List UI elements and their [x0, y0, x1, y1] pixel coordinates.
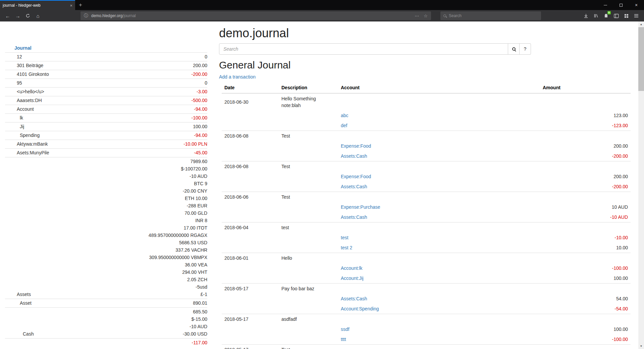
account-name[interactable]: 301 Beiträge	[5, 62, 193, 69]
posting-row: Expense:Food 200.00	[222, 171, 631, 182]
download-icon	[584, 13, 588, 18]
journal-search-input[interactable]	[219, 43, 508, 55]
posting-account-link[interactable]: ssdf	[341, 327, 350, 332]
sidebar-account-row[interactable]: Aktywa:mBank -10.00 PLN	[5, 140, 207, 148]
account-name[interactable]: Asset	[5, 299, 193, 307]
reload-button[interactable]	[23, 11, 33, 20]
scrollbar-thumb[interactable]	[638, 27, 644, 91]
sidebar-account-row[interactable]: lk -100.00	[5, 113, 207, 122]
downloads-button[interactable]	[581, 11, 591, 20]
posting-account-link[interactable]: tttt	[341, 337, 346, 342]
url-bar[interactable]: ⓘ demo.hledger.org/journal ⋯ ☆	[80, 11, 431, 20]
sidebar-account-row[interactable]: Account -94.00	[5, 105, 207, 113]
posting-account-link[interactable]: Expense:Purchase	[341, 204, 380, 210]
sidebar-account-row[interactable]: Spending -94.00	[5, 131, 207, 140]
account-balance: -94.00	[194, 105, 207, 113]
account-name[interactable]: Cash	[5, 330, 183, 338]
window-maximize-button[interactable]	[613, 0, 629, 10]
section-heading: General Journal	[219, 59, 631, 71]
library-button[interactable]	[591, 11, 601, 20]
posting-account-link[interactable]: Assets:Cash	[341, 214, 367, 220]
posting-account-link[interactable]: Account:Spending	[341, 306, 379, 311]
sidebars-button[interactable]	[611, 11, 621, 20]
sidebar-account-row[interactable]: Jij 100.00	[5, 122, 207, 131]
window-close-button[interactable]: ×	[629, 0, 644, 10]
posting-account-link[interactable]: Assets:Cash	[341, 184, 367, 189]
posting-account-link[interactable]: Assets:Cash	[341, 296, 367, 301]
back-button[interactable]: ←	[3, 11, 13, 20]
forward-button[interactable]: →	[13, 11, 23, 20]
account-name[interactable]: Spending	[5, 132, 194, 139]
posting-account-link[interactable]: Expense:Food	[341, 143, 371, 149]
posting-account-link[interactable]: Expense:Food	[341, 174, 371, 179]
account-name[interactable]: lk	[5, 114, 192, 121]
posting-account-link[interactable]: def	[341, 123, 347, 128]
account-name[interactable]: Asets:MunyPile	[5, 149, 194, 156]
page-actions-icon[interactable]: ⋯	[415, 13, 419, 18]
new-tab-button[interactable]: +	[75, 0, 86, 10]
sidebar-account-row[interactable]: Asets:MunyPile -45.00	[5, 148, 207, 157]
sidebar-account-row[interactable]: Asset 890.01	[5, 299, 207, 307]
posting-amount: 10 AUD	[540, 202, 631, 212]
account-name[interactable]: 12	[5, 53, 205, 60]
sidebar-accounts: 12 0 301 Beiträge 200.00 4101 Girokonto …	[5, 52, 207, 347]
browser-search-field[interactable]: Search	[440, 11, 541, 20]
posting-account-link[interactable]: abc	[341, 113, 348, 118]
sidebar-account-row[interactable]: Aaasets:DH -500.00	[5, 96, 207, 105]
account-balance: 890.01	[193, 299, 207, 307]
posting-row: Assets:Cash -10 AUD	[222, 212, 631, 222]
sidebar-account-row[interactable]: Cash 685.50$-15.00-10 AUD-30.00 USD	[5, 307, 207, 338]
posting-account-link[interactable]: test	[341, 235, 348, 240]
journal-search-button[interactable]	[508, 43, 520, 55]
posting-row: test -10.00	[222, 233, 631, 243]
url-domain: demo.hledger.org	[91, 13, 122, 18]
account-name[interactable]: <u>hello</u>	[5, 88, 197, 95]
balance-amount: 309.950000000000 VBMPX	[149, 254, 207, 261]
sidebar-account-row[interactable]: Assets 7989.60$-100720.00-10 AUDBTC 9-20…	[5, 157, 207, 299]
scroll-up-icon[interactable]: ▲	[638, 21, 644, 27]
posting-account-link[interactable]: Account:Jij	[341, 276, 364, 281]
hamburger-icon	[634, 14, 639, 18]
sidebar-account-row[interactable]: 12 0	[5, 52, 207, 61]
ghostery-extension-button[interactable]: 0	[601, 11, 611, 20]
add-transaction-link[interactable]: Add a transaction	[219, 73, 256, 80]
maximize-icon	[620, 4, 623, 7]
account-name[interactable]: Account	[5, 105, 194, 113]
posting-account-link[interactable]: test 2	[341, 245, 352, 250]
sidebar-account-row[interactable]: -117.00	[5, 338, 207, 347]
tab-close-icon[interactable]: ×	[68, 3, 72, 8]
home-button[interactable]: ⌂	[33, 11, 43, 20]
sidebar-account-row[interactable]: 95 0	[5, 79, 207, 87]
sidebar-account-row[interactable]: 4101 Girokonto -200.00	[5, 70, 207, 79]
posting-account-link[interactable]: Account:lk	[341, 265, 363, 271]
minimize-icon	[604, 5, 607, 5]
account-balance: -100.00	[192, 114, 207, 121]
sidebar-account-row[interactable]: <u>hello</u> -3.00	[5, 87, 207, 96]
account-name[interactable]: 95	[5, 79, 205, 87]
txn-date: 2018-05-17	[222, 314, 279, 325]
window-minimize-button[interactable]	[598, 0, 613, 10]
apps-grid-button[interactable]	[621, 11, 631, 20]
account-name[interactable]: Jij	[5, 123, 193, 130]
site-info-icon[interactable]: ⓘ	[84, 13, 88, 19]
transaction-row: 2018-05-17 Pay foo bar baz	[222, 284, 631, 294]
sidebar-account-row[interactable]: 301 Beiträge 200.00	[5, 61, 207, 70]
scrollbar[interactable]: ▲ ▼	[638, 21, 644, 349]
browser-tab[interactable]: journal - hledger-web ×	[0, 0, 75, 10]
account-name[interactable]: Assets	[5, 291, 149, 298]
posting-account-link[interactable]: Assets:Cash	[341, 153, 367, 159]
posting-row: Assets:Cash -200.00	[222, 182, 631, 192]
bookmark-star-icon[interactable]: ☆	[424, 13, 428, 18]
balance-amount: 36.00 VEA	[149, 261, 207, 268]
scroll-down-icon[interactable]: ▼	[638, 343, 644, 349]
search-help-button[interactable]: ?	[520, 43, 531, 55]
account-name[interactable]: Aktywa:mBank	[5, 140, 183, 148]
tab-bar: journal - hledger-web × + ×	[0, 0, 644, 10]
transaction-row: 2018-06-01 Hello	[222, 253, 631, 263]
balance-amount: 890.01	[193, 299, 207, 307]
sidebar-journal-link[interactable]: Journal	[5, 44, 207, 52]
menu-button[interactable]	[631, 11, 641, 20]
account-name[interactable]: Aaasets:DH	[5, 97, 192, 104]
account-name[interactable]: 4101 Girokonto	[5, 70, 192, 78]
posting-amount: -100.00	[540, 334, 631, 345]
